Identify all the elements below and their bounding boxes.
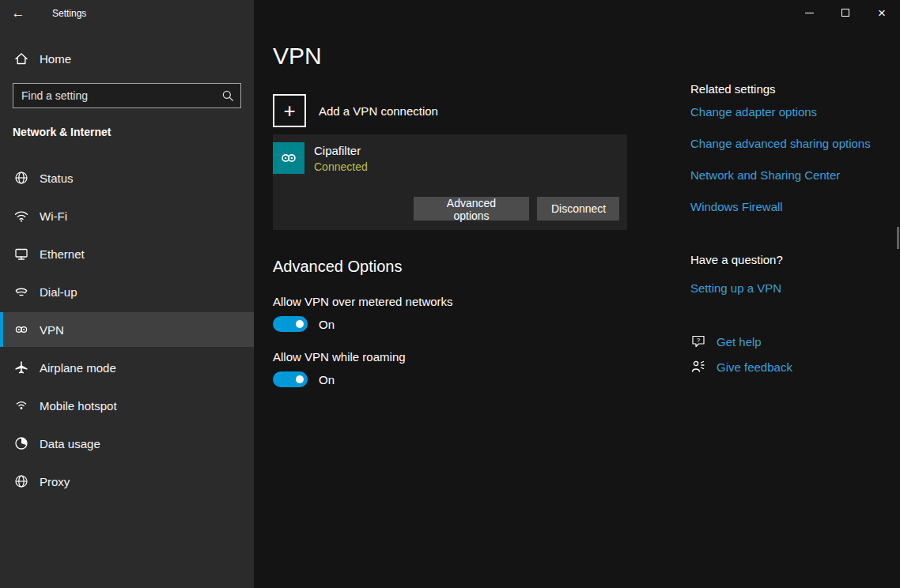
airplane-icon [13,360,29,375]
sidebar-item-data-usage[interactable]: Data usage [0,426,254,461]
maximize-icon [841,9,849,17]
get-help-icon: ? [690,334,706,349]
status-icon [13,170,29,186]
advanced-options-heading: Advanced Options [273,258,402,276]
sidebar-item-proxy[interactable]: Proxy [0,464,254,499]
get-help-link[interactable]: Get help [717,335,762,349]
add-vpn-connection-button[interactable]: + Add a VPN connection [273,93,438,128]
toggle-knob [296,375,304,383]
have-a-question-heading: Have a question? [690,253,783,266]
back-icon: ← [12,6,25,21]
sidebar-item-mobile-hotspot[interactable]: Mobile hotspot [0,388,254,423]
give-feedback-link[interactable]: Give feedback [717,360,792,374]
add-vpn-label: Add a VPN connection [319,104,438,118]
metered-networks-toggle[interactable] [273,316,308,332]
ethernet-icon [13,246,29,262]
sidebar-section-title: Network & Internet [13,126,111,138]
link-change-advanced-sharing-options[interactable]: Change advanced sharing options [690,137,871,150]
link-change-adapter-options[interactable]: Change adapter options [690,105,817,119]
home-icon [13,51,29,66]
minimize-button[interactable] [791,0,827,25]
toggle-state-label: On [319,373,335,386]
sidebar-item-vpn[interactable]: VPN [0,312,254,347]
roaming-toggle[interactable] [273,371,308,387]
disconnect-button[interactable]: Disconnect [537,197,619,220]
vpn-connection-name: Cipafilter [314,144,361,157]
window-controls: × [791,0,900,25]
back-button[interactable]: ← [0,0,36,27]
metered-networks-toggle-label: Allow VPN over metered networks [273,295,453,308]
dialup-icon [13,284,29,300]
page-title: VPN [273,43,322,70]
search-input[interactable] [13,83,241,108]
sidebar-item-label: Home [40,52,71,66]
toggle-state-label: On [319,318,335,331]
sidebar-item-label: Wi-Fi [40,209,67,223]
svg-text:?: ? [697,337,701,344]
wifi-icon [13,208,29,224]
get-help-row[interactable]: ? Get help [690,334,762,349]
window-title: Settings [52,8,86,19]
metered-networks-toggle-row: On [273,316,335,332]
search-icon[interactable] [221,89,235,103]
link-network-and-sharing-center[interactable]: Network and Sharing Center [690,168,840,182]
hotspot-icon [13,398,29,413]
vpn-connection-status: Connected [314,160,368,173]
related-settings-heading: Related settings [690,82,776,96]
sidebar-item-airplane-mode[interactable]: Airplane mode [0,350,254,385]
sidebar: ← Settings Home Network & Internet [0,0,254,588]
sidebar-item-label: Airplane mode [40,361,116,375]
sidebar-item-label: Ethernet [40,247,85,261]
search-box [13,83,241,108]
sidebar-item-home[interactable]: Home [0,41,254,76]
sidebar-item-label: Data usage [40,437,100,450]
give-feedback-row[interactable]: Give feedback [690,359,792,375]
sidebar-item-label: Mobile hotspot [40,399,117,413]
sidebar-item-wifi[interactable]: Wi-Fi [0,198,254,233]
sidebar-item-label: VPN [40,323,64,337]
plus-icon: + [273,94,306,127]
close-button[interactable]: × [864,0,900,25]
roaming-toggle-row: On [273,371,335,387]
close-icon: × [878,6,886,20]
advanced-options-button[interactable]: Advanced options [414,197,529,220]
sidebar-item-label: Proxy [40,475,70,488]
link-windows-firewall[interactable]: Windows Firewall [690,200,783,213]
sidebar-item-dialup[interactable]: Dial-up [0,274,254,309]
toggle-knob [296,320,304,328]
minimize-icon [805,13,814,13]
maximize-button[interactable] [827,0,864,25]
sidebar-item-label: Status [40,172,74,185]
vpn-icon [13,322,29,337]
data-usage-icon [13,435,29,451]
selected-accent-bar [0,312,3,347]
proxy-icon [13,473,29,489]
give-feedback-icon [690,359,706,375]
scrollbar-thumb[interactable] [897,227,899,249]
vpn-connection-card[interactable]: Cipafilter Connected Advanced options Di… [273,134,627,230]
settings-window: ← Settings Home Network & Internet [0,0,900,588]
sidebar-item-ethernet[interactable]: Ethernet [0,236,254,271]
sidebar-item-status[interactable]: Status [0,160,254,195]
sidebar-item-label: Dial-up [40,285,78,299]
roaming-toggle-label: Allow VPN while roaming [273,350,406,364]
vpn-connection-icon [273,142,304,174]
link-setting-up-a-vpn[interactable]: Setting up a VPN [690,281,781,295]
